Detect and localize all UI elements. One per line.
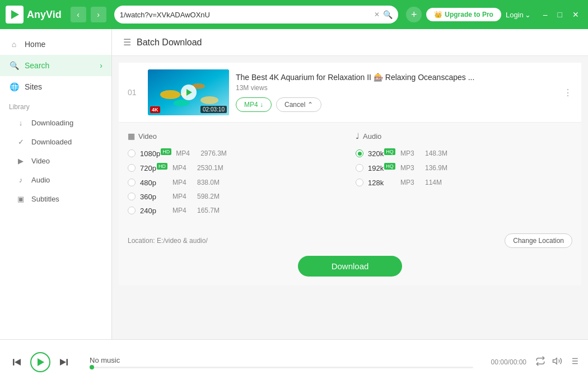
close-button[interactable]: ✕ — [569, 9, 582, 20]
size-480p: 838.0M — [197, 179, 231, 186]
svg-point-6 — [200, 96, 218, 104]
type-128k: MP3 — [400, 179, 421, 186]
format-row-480p[interactable]: 480p MP4 838.0M — [128, 176, 344, 190]
url-text: 1/watch?v=XVkADAwOXnU — [120, 11, 371, 19]
sidebar-item-home[interactable]: ⌂ Home — [0, 34, 111, 55]
play-circle[interactable] — [181, 85, 197, 100]
home-icon: ⌂ — [9, 39, 19, 49]
radio-192k[interactable] — [356, 164, 363, 172]
sidebar-item-downloaded[interactable]: ✓ Downloaded — [0, 132, 111, 151]
size-240p: 165.7M — [197, 207, 231, 214]
sidebar-item-downloading[interactable]: ↓ Downloading — [0, 113, 111, 132]
window-controls: – □ ✕ — [540, 9, 582, 20]
sidebar-item-subtitles[interactable]: ▣ Subtitles — [0, 189, 111, 208]
res-128k: 128k — [368, 179, 396, 187]
sidebar-item-search[interactable]: 🔍 Search › — [0, 55, 111, 76]
volume-button[interactable] — [552, 356, 562, 368]
sidebar-item-sites[interactable]: 🌐 Sites — [0, 76, 111, 97]
add-tab-button[interactable]: + — [406, 7, 422, 22]
video-number: 01 — [128, 88, 141, 97]
url-search-icon[interactable]: 🔍 — [383, 10, 393, 19]
format-row-320k[interactable]: 320kHQ MP3 148.3M — [356, 146, 572, 161]
sidebar-home-label: Home — [25, 40, 45, 49]
sidebar-audio-label: Audio — [31, 176, 50, 184]
maximize-button[interactable]: □ — [554, 9, 566, 20]
login-button[interactable]: Login ⌄ — [506, 11, 531, 19]
sidebar: ⌂ Home 🔍 Search › 🌐 Sites Library ↓ Down… — [0, 29, 112, 339]
sidebar-search-label: Search — [25, 61, 49, 70]
location-text: Location: E:/video & audio/ — [128, 237, 208, 245]
svg-marker-10 — [60, 359, 66, 366]
video-views: 13M views — [236, 84, 557, 92]
back-button[interactable]: ‹ — [71, 7, 86, 22]
format-row-360p[interactable]: 360p MP4 598.2M — [128, 190, 344, 204]
type-320k: MP3 — [400, 149, 421, 157]
radio-360p[interactable] — [128, 193, 136, 200]
download-button[interactable]: Download — [298, 256, 403, 277]
format-row-128k[interactable]: 128k MP3 114M — [356, 176, 572, 190]
content-area: ☰ Batch Download 01 — [112, 29, 588, 339]
format-row-1080p[interactable]: 1080pHD MP4 2976.3M — [128, 146, 344, 161]
crown-icon: 👑 — [434, 11, 442, 18]
change-location-button[interactable]: Change Location — [505, 233, 572, 248]
login-label: Login — [506, 11, 524, 19]
size-1080p: 2976.3M — [200, 149, 234, 157]
mp4-button[interactable]: MP4 ↓ — [236, 97, 272, 112]
more-options-icon[interactable]: ⋮ — [563, 87, 572, 98]
logo-area: AnyVid — [6, 6, 62, 24]
cancel-button[interactable]: Cancel ⌃ — [276, 97, 321, 112]
res-480p: 480p — [140, 179, 168, 187]
chevron-down-icon: ⌄ — [525, 11, 531, 19]
url-clear-icon[interactable]: ✕ — [374, 11, 380, 18]
radio-240p[interactable] — [128, 207, 136, 214]
format-row-240p[interactable]: 240p MP4 165.7M — [128, 204, 344, 218]
res-320k: 320kHQ — [368, 149, 396, 158]
size-720p: 2530.1M — [197, 164, 231, 172]
checkmark-icon: ✓ — [16, 137, 26, 147]
audio-format-column: ♩ Audio 320kHQ MP3 148.3M — [356, 132, 572, 218]
video-icon: ▶ — [16, 156, 26, 166]
res-192k: 192kHQ — [368, 163, 396, 172]
radio-inner-320k — [358, 152, 362, 156]
type-240p: MP4 — [172, 207, 193, 214]
svg-rect-9 — [67, 359, 68, 366]
cancel-label: Cancel ⌃ — [284, 101, 313, 109]
player-time: 00:00/00:00 — [491, 358, 526, 366]
audio-col-label: Audio — [363, 132, 381, 141]
main-layout: ⌂ Home 🔍 Search › 🌐 Sites Library ↓ Down… — [0, 29, 588, 339]
video-info: The Best 4K Aquarium for Relaxation II 🎰… — [236, 73, 557, 112]
format-footer: Location: E:/video & audio/ Change Locat… — [128, 227, 572, 248]
url-bar[interactable]: 1/watch?v=XVkADAwOXnU ✕ 🔍 — [114, 6, 399, 24]
playlist-button[interactable] — [569, 356, 579, 368]
next-track-button[interactable] — [56, 354, 72, 370]
size-128k: 114M — [425, 179, 459, 186]
type-192k: MP3 — [400, 164, 421, 172]
format-row-720p[interactable]: 720pHD MP4 2530.1M — [128, 161, 344, 175]
type-720p: MP4 — [172, 164, 193, 172]
logo-icon — [6, 6, 24, 24]
play-pause-button[interactable] — [30, 352, 50, 372]
upgrade-button[interactable]: 👑 Upgrade to Pro — [426, 8, 501, 21]
play-triangle-icon — [186, 89, 192, 96]
forward-button[interactable]: › — [91, 7, 106, 22]
sidebar-item-audio[interactable]: ♪ Audio — [0, 170, 111, 189]
subtitles-icon: ▣ — [16, 194, 26, 204]
download-arrow-icon: ↓ — [16, 118, 26, 128]
radio-128k[interactable] — [356, 179, 363, 186]
repeat-button[interactable] — [535, 356, 545, 368]
radio-1080p[interactable] — [128, 149, 136, 157]
radio-480p[interactable] — [128, 179, 136, 186]
video-duration: 02:03:10 — [200, 106, 227, 113]
player-progress-bar[interactable] — [90, 367, 473, 368]
sidebar-item-video[interactable]: ▶ Video — [0, 151, 111, 170]
radio-720p[interactable] — [128, 164, 136, 172]
video-format-column: ▦ Video 1080pHD MP4 2976.3M — [128, 132, 344, 218]
radio-320k[interactable] — [356, 149, 363, 157]
upgrade-label: Upgrade to Pro — [445, 11, 493, 18]
prev-track-button[interactable] — [9, 354, 25, 370]
sidebar-video-label: Video — [31, 157, 50, 165]
minimize-button[interactable]: – — [540, 9, 551, 20]
res-240p: 240p — [140, 207, 168, 215]
video-thumbnail: 4K 02:03:10 — [148, 69, 229, 115]
format-row-192k[interactable]: 192kHQ MP3 136.9M — [356, 161, 572, 175]
